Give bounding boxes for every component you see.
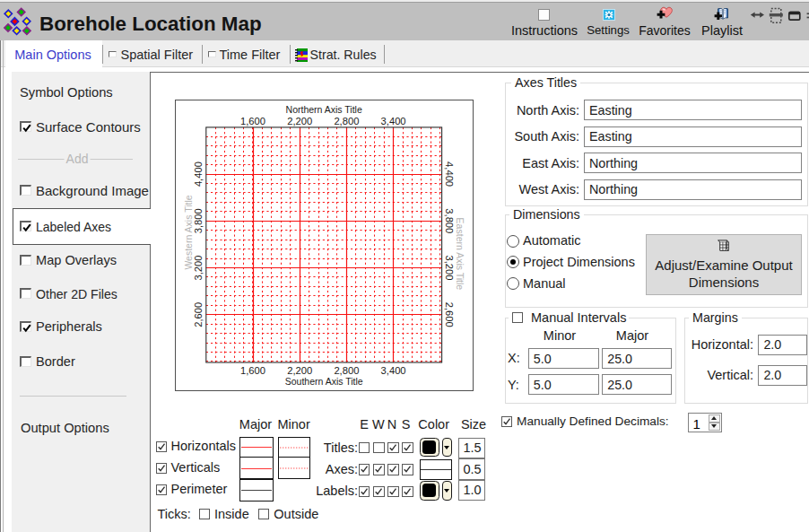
svg-text:3,800: 3,800 — [444, 208, 455, 233]
svg-text:Southern Axis Title: Southern Axis Title — [285, 376, 363, 387]
svg-text:2,800: 2,800 — [334, 116, 359, 126]
svg-text:3,400: 3,400 — [381, 116, 406, 126]
svg-text:2,600: 2,600 — [444, 302, 455, 327]
svg-text:Western Axis Title: Western Axis Title — [183, 195, 194, 269]
svg-text:3,200: 3,200 — [193, 256, 204, 281]
svg-text:2,800: 2,800 — [334, 365, 359, 376]
svg-text:1,600: 1,600 — [240, 116, 265, 126]
svg-text:1,600: 1,600 — [240, 365, 265, 376]
svg-text:3,200: 3,200 — [444, 256, 455, 281]
svg-text:4,400: 4,400 — [444, 161, 455, 187]
svg-text:3,800: 3,800 — [193, 208, 204, 233]
svg-text:4,400: 4,400 — [193, 161, 204, 187]
svg-text:2,200: 2,200 — [287, 365, 312, 376]
svg-text:3,400: 3,400 — [381, 365, 406, 376]
svg-text:2,200: 2,200 — [287, 116, 312, 126]
svg-text:2,600: 2,600 — [193, 302, 204, 327]
svg-text:Eastern Axis Title: Eastern Axis Title — [455, 218, 465, 291]
svg-text:Northern Axis Title: Northern Axis Title — [286, 104, 362, 115]
